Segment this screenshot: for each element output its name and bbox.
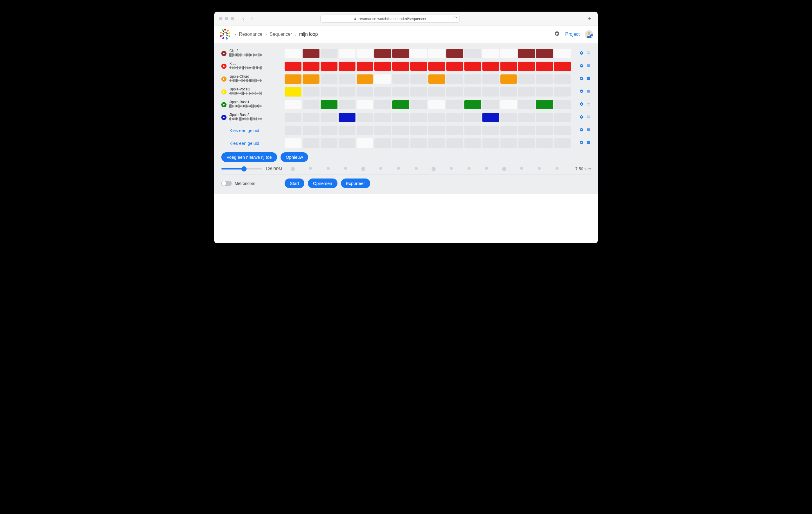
step-cell[interactable] bbox=[393, 75, 409, 84]
step-cell[interactable] bbox=[518, 113, 535, 122]
step-cell[interactable] bbox=[428, 75, 445, 84]
step-cell[interactable] bbox=[428, 87, 445, 97]
step-cell[interactable] bbox=[554, 138, 571, 148]
step-cell[interactable] bbox=[464, 100, 481, 109]
row-menu-icon[interactable] bbox=[586, 102, 591, 108]
step-cell[interactable] bbox=[285, 87, 301, 97]
step-cell[interactable] bbox=[393, 113, 409, 122]
step-cell[interactable] bbox=[446, 75, 463, 84]
step-cell[interactable] bbox=[536, 100, 553, 109]
step-cell[interactable] bbox=[518, 87, 535, 97]
step-cell[interactable] bbox=[285, 126, 301, 135]
step-cell[interactable] bbox=[483, 126, 499, 135]
step-cell[interactable] bbox=[339, 49, 355, 58]
step-cell[interactable] bbox=[357, 113, 374, 122]
step-cell[interactable] bbox=[339, 75, 355, 84]
step-cell[interactable] bbox=[554, 126, 571, 135]
step-cell[interactable] bbox=[500, 49, 517, 58]
step-cell[interactable] bbox=[428, 49, 445, 58]
start-button[interactable]: Start bbox=[285, 179, 304, 188]
step-cell[interactable] bbox=[374, 100, 391, 109]
step-cell[interactable] bbox=[339, 62, 355, 71]
row-settings-icon[interactable] bbox=[579, 51, 584, 56]
row-menu-icon[interactable] bbox=[586, 76, 591, 82]
step-cell[interactable] bbox=[285, 113, 301, 122]
step-cell[interactable] bbox=[374, 87, 391, 97]
step-cell[interactable] bbox=[500, 138, 517, 148]
step-cell[interactable] bbox=[393, 62, 409, 71]
step-cell[interactable] bbox=[464, 87, 481, 97]
choose-sound-link[interactable]: Kies een geluid bbox=[221, 141, 259, 146]
choose-sound-link[interactable]: Kies een geluid bbox=[221, 128, 259, 133]
step-cell[interactable] bbox=[446, 138, 463, 148]
row-settings-icon[interactable] bbox=[579, 140, 584, 146]
step-cell[interactable] bbox=[321, 126, 338, 135]
step-cell[interactable] bbox=[393, 138, 409, 148]
row-settings-icon[interactable] bbox=[579, 89, 584, 95]
step-cell[interactable] bbox=[321, 87, 338, 97]
step-cell[interactable] bbox=[446, 87, 463, 97]
step-cell[interactable] bbox=[500, 87, 517, 97]
step-cell[interactable] bbox=[518, 62, 535, 71]
play-track-button[interactable] bbox=[221, 102, 227, 107]
row-settings-icon[interactable] bbox=[579, 76, 584, 82]
new-tab-button[interactable]: + bbox=[586, 15, 593, 22]
step-cell[interactable] bbox=[339, 87, 355, 97]
breadcrumb-resonance[interactable]: Resonance bbox=[239, 32, 263, 37]
bpm-slider[interactable] bbox=[221, 168, 262, 169]
minimize-window-icon[interactable] bbox=[225, 17, 228, 20]
step-cell[interactable] bbox=[464, 49, 481, 58]
step-cell[interactable] bbox=[428, 100, 445, 109]
refresh-icon[interactable] bbox=[453, 16, 457, 21]
step-cell[interactable] bbox=[483, 113, 499, 122]
user-avatar[interactable]: ▾ bbox=[585, 30, 593, 38]
step-cell[interactable] bbox=[374, 75, 391, 84]
step-cell[interactable] bbox=[536, 126, 553, 135]
step-cell[interactable] bbox=[428, 126, 445, 135]
step-cell[interactable] bbox=[285, 49, 301, 58]
step-cell[interactable] bbox=[554, 49, 571, 58]
step-cell[interactable] bbox=[536, 113, 553, 122]
step-cell[interactable] bbox=[410, 100, 427, 109]
step-cell[interactable] bbox=[446, 49, 463, 58]
step-cell[interactable] bbox=[357, 87, 374, 97]
step-cell[interactable] bbox=[446, 62, 463, 71]
step-cell[interactable] bbox=[428, 138, 445, 148]
play-track-button[interactable] bbox=[221, 64, 227, 69]
step-cell[interactable] bbox=[374, 138, 391, 148]
step-cell[interactable] bbox=[536, 87, 553, 97]
step-cell[interactable] bbox=[500, 113, 517, 122]
forward-button[interactable] bbox=[249, 15, 256, 22]
step-cell[interactable] bbox=[410, 138, 427, 148]
step-cell[interactable] bbox=[302, 138, 319, 148]
step-cell[interactable] bbox=[500, 75, 517, 84]
step-cell[interactable] bbox=[374, 49, 391, 58]
step-cell[interactable] bbox=[374, 62, 391, 71]
step-cell[interactable] bbox=[483, 49, 499, 58]
step-cell[interactable] bbox=[464, 113, 481, 122]
row-menu-icon[interactable] bbox=[586, 140, 591, 146]
step-cell[interactable] bbox=[321, 49, 338, 58]
app-logo[interactable] bbox=[219, 28, 231, 40]
step-cell[interactable] bbox=[554, 75, 571, 84]
step-cell[interactable] bbox=[321, 100, 338, 109]
step-cell[interactable] bbox=[339, 113, 355, 122]
close-window-icon[interactable] bbox=[219, 17, 223, 20]
breadcrumb-sequencer[interactable]: Sequencer bbox=[269, 32, 292, 37]
maximize-window-icon[interactable] bbox=[231, 17, 234, 20]
step-cell[interactable] bbox=[302, 62, 319, 71]
step-cell[interactable] bbox=[357, 126, 374, 135]
back-button[interactable] bbox=[240, 15, 247, 22]
step-cell[interactable] bbox=[464, 126, 481, 135]
step-cell[interactable] bbox=[321, 113, 338, 122]
step-cell[interactable] bbox=[446, 126, 463, 135]
step-cell[interactable] bbox=[428, 113, 445, 122]
step-cell[interactable] bbox=[393, 100, 409, 109]
step-cell[interactable] bbox=[536, 138, 553, 148]
record-button[interactable]: Opnemen bbox=[308, 179, 338, 188]
step-cell[interactable] bbox=[428, 62, 445, 71]
step-cell[interactable] bbox=[536, 62, 553, 71]
row-menu-icon[interactable] bbox=[586, 89, 591, 95]
step-cell[interactable] bbox=[302, 87, 319, 97]
metronome-toggle[interactable] bbox=[221, 181, 232, 186]
